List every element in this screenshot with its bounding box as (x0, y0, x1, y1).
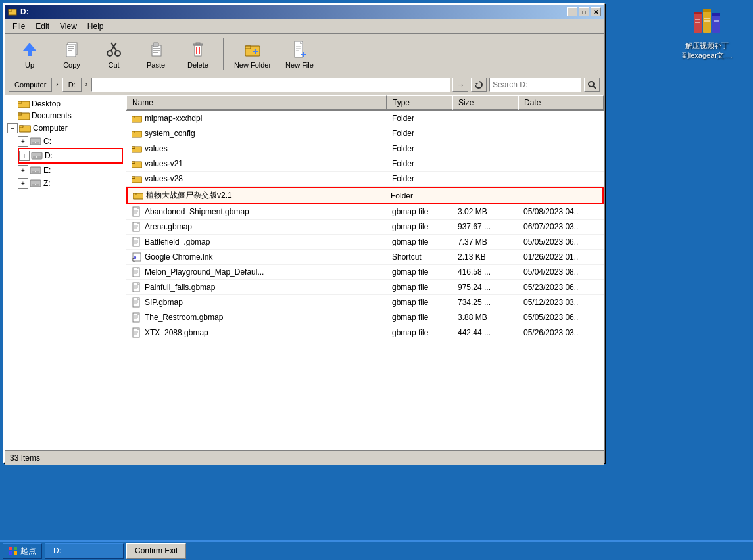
address-bar: Computer › D: › → (5, 74, 604, 95)
table-row[interactable]: Arena.gbmapgbmap file937.67 ...06/07/202… (126, 220, 604, 235)
z-expand[interactable]: + (18, 178, 28, 189)
taskbar-d-label: D: (53, 546, 61, 555)
file-name-cell: The_Restroom.gbmap (126, 310, 387, 325)
svg-rect-32 (196, 43, 200, 44)
file-size-cell: 937.67 ... (452, 220, 518, 234)
menu-bar: File Edit View Help (5, 19, 604, 34)
file-size-cell (452, 126, 518, 141)
table-row[interactable]: system_configFolder (126, 126, 604, 141)
table-row[interactable]: Abandoned_Shipment.gbmapgbmap file3.02 M… (126, 204, 604, 220)
table-row[interactable]: SIP.gbmapgbmap file734.25 ...05/12/2023 … (126, 295, 604, 310)
file-name-cell: 植物大战僵尸杂交版v2.1 (128, 188, 385, 203)
col-date[interactable]: Date (518, 95, 604, 110)
file-name-cell: system_config (126, 126, 387, 141)
svg-rect-15 (28, 51, 32, 56)
close-button[interactable]: ✕ (591, 7, 601, 16)
table-row[interactable]: XTX_2088.gbmapgbmap file442.44 ...05/26/… (126, 325, 604, 340)
file-type-cell: gbmap file (387, 295, 452, 310)
table-row[interactable]: e Google Chrome.lnkShortcut2.13 KB01/26/… (126, 250, 604, 265)
file-type-cell: Folder (387, 126, 452, 141)
delete-button[interactable]: Delete (178, 36, 218, 72)
computer-button[interactable]: Computer (9, 78, 52, 92)
taskbar-confirm[interactable]: Confirm Exit (126, 543, 186, 559)
table-row[interactable]: values-v28Folder (126, 172, 604, 187)
maximize-button[interactable]: □ (579, 7, 589, 16)
file-size-cell (452, 156, 518, 171)
desktop-label: Desktop (32, 99, 61, 108)
new-file-label: New File (285, 61, 314, 69)
computer-expand[interactable]: − (7, 123, 18, 133)
drive-c-icon (30, 137, 41, 146)
menu-view[interactable]: View (55, 20, 82, 32)
menu-help[interactable]: Help (82, 20, 109, 32)
start-button[interactable]: 起点 (3, 543, 42, 559)
file-icon (132, 327, 142, 338)
address-input[interactable] (91, 78, 450, 92)
refresh-button[interactable] (471, 78, 487, 92)
file-date-cell (517, 188, 602, 203)
svg-point-48 (589, 82, 594, 87)
toolbar: Up Copy (5, 34, 604, 74)
file-name-cell: SIP.gbmap (126, 295, 387, 310)
new-file-button[interactable]: New File (278, 36, 321, 72)
e-expand[interactable]: + (18, 165, 28, 175)
table-row[interactable]: Battlefield_.gbmapgbmap file7.37 MB05/05… (126, 235, 604, 250)
svg-rect-5 (712, 13, 720, 16)
file-name-cell: Abandoned_Shipment.gbmap (126, 204, 387, 219)
sidebar-item-c[interactable]: + C: (18, 135, 123, 148)
paste-label: Paste (147, 61, 165, 69)
taskbar-d-item[interactable]: D: (45, 543, 124, 559)
table-row[interactable]: mipmap-xxxhdpiFolder (126, 111, 604, 126)
file-type-cell: gbmap file (387, 204, 452, 219)
desktop-icon-archive[interactable]: 解压视频补丁 到lexagear文.... (681, 7, 733, 60)
file-type-cell: Folder (385, 188, 451, 203)
drive-button[interactable]: D: (62, 78, 82, 92)
table-row[interactable]: Melon_Playground_Map_Defaul...gbmap file… (126, 265, 604, 280)
sidebar-item-d[interactable]: + D: (18, 148, 123, 164)
file-type-cell: Folder (387, 141, 452, 156)
search-button[interactable] (584, 78, 600, 92)
copy-button[interactable]: Copy (52, 36, 91, 72)
col-size[interactable]: Size (452, 95, 518, 110)
sidebar-item-z[interactable]: + Z: (18, 177, 123, 190)
folder-icon (132, 158, 142, 169)
sidebar-item-e[interactable]: + E: (18, 164, 123, 177)
cut-button[interactable]: Cut (94, 36, 134, 72)
desktop-icon-label: 解压视频补丁 到lexagear文.... (681, 41, 733, 60)
svg-rect-26 (153, 43, 158, 47)
svg-rect-57 (19, 126, 23, 128)
start-label: 起点 (20, 546, 36, 557)
col-name[interactable]: Name (126, 95, 387, 110)
file-list-header: Name Type Size Date (126, 95, 604, 111)
delete-icon (187, 39, 208, 60)
minimize-button[interactable]: − (567, 7, 577, 16)
col-type[interactable]: Type (387, 95, 452, 110)
sidebar-item-documents[interactable]: Documents (7, 110, 123, 122)
go-button[interactable]: → (452, 78, 468, 92)
file-size-cell: 734.25 ... (452, 295, 518, 310)
table-row[interactable]: valuesFolder (126, 141, 604, 156)
table-row[interactable]: values-v21Folder (126, 156, 604, 172)
table-row[interactable]: Painfull_falls.gbmapgbmap file975.24 ...… (126, 280, 604, 295)
drive-e-icon (30, 166, 41, 175)
paste-button[interactable]: Paste (136, 36, 176, 72)
table-row[interactable]: 植物大战僵尸杂交版v2.1Folder (126, 187, 604, 204)
file-date-cell (518, 141, 604, 156)
file-date-cell (518, 156, 604, 171)
d-expand[interactable]: + (19, 151, 30, 161)
c-expand[interactable]: + (18, 136, 28, 147)
sidebar-item-desktop[interactable]: Desktop (7, 98, 123, 110)
search-input[interactable] (489, 78, 581, 92)
up-button[interactable]: Up (10, 36, 49, 72)
taskbar: 起点 D: Confirm Exit (0, 540, 753, 560)
file-size-cell (452, 141, 518, 156)
new-folder-button[interactable]: New Folder (230, 36, 276, 72)
file-date-cell: 05/08/2023 04.. (518, 204, 604, 219)
table-row[interactable]: The_Restroom.gbmapgbmap file3.88 MB05/05… (126, 310, 604, 325)
folder-icon (132, 128, 142, 139)
menu-edit[interactable]: Edit (30, 20, 55, 32)
menu-file[interactable]: File (7, 20, 30, 32)
window-title: D: (20, 7, 567, 16)
file-name-cell: XTX_2088.gbmap (126, 325, 387, 340)
sidebar-item-computer[interactable]: − Computer (7, 122, 123, 135)
